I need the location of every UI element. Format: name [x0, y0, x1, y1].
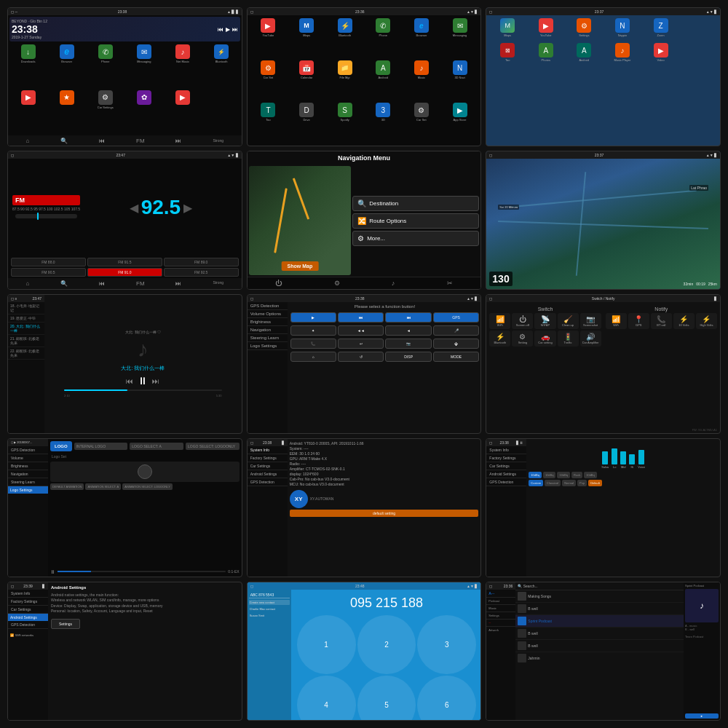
preset-1[interactable]: FM 88.0 [11, 258, 86, 266]
dial-6[interactable]: 6 [417, 676, 476, 720]
radio-next-icon[interactable]: ⏭ [175, 280, 181, 287]
and-gps[interactable]: GPS Detection [8, 621, 48, 629]
func-cam-btn[interactable]: 📷 [385, 339, 431, 349]
contact-item-2[interactable]: Charlie Max contact [249, 606, 290, 612]
media-nav-artwork[interactable]: Artwork [486, 627, 515, 633]
drawer-drive[interactable]: DDrive [288, 103, 325, 143]
radio-bottom-nav[interactable]: ⌂ 🔍 ⏮ FM ⏭ Strong [8, 278, 242, 289]
media-item-4[interactable]: B well [515, 628, 684, 640]
media-item-6[interactable]: Jahmin [515, 652, 684, 664]
search-icon[interactable]: 🔍 [60, 138, 68, 144]
func-mic-btn[interactable]: 🎤 [433, 325, 479, 336]
prev-icon[interactable]: ⏮ [99, 138, 105, 144]
logo-navigation[interactable]: Navigation [8, 470, 48, 478]
func-back-btn[interactable]: ◄◄ [338, 325, 384, 336]
switch-screenshot[interactable]: 📷 Screenshot [580, 313, 601, 329]
anim-select-only-btn[interactable]: ANIMATION SELECT: LOGOONLY [122, 483, 173, 490]
maps-naypin[interactable]: NNaypin [604, 18, 641, 37]
drawer-file[interactable]: 📁File Mgr [327, 60, 363, 100]
internal-logo-btn[interactable]: INTERNAL LOGO [74, 443, 128, 450]
maps-icon4[interactable]: ♪Music Player [604, 43, 641, 143]
drawer-bluetooth[interactable]: ⚡Bluetooth [327, 18, 363, 58]
func-navigation[interactable]: Navigation [248, 326, 288, 334]
app-messaging[interactable]: ✉ Messaging [125, 44, 162, 89]
app-music[interactable]: ♪ Net Music [164, 44, 201, 89]
drawer-appstore[interactable]: ▶App Store [442, 103, 478, 143]
video-progress[interactable] [58, 571, 226, 572]
func-play-btn[interactable]: ▶ [290, 312, 336, 323]
drawer-navi[interactable]: N3D Navi [442, 60, 478, 100]
preset-3[interactable]: FM 89.0 [164, 258, 239, 266]
drawer-cal[interactable]: 📅Calendar [288, 60, 325, 100]
media-nav-red[interactable]: ─ [486, 620, 515, 627]
preset-2[interactable]: FM 91.5 [87, 258, 162, 266]
music-bottom-controls[interactable]: ≡ ↺ ⏮ ⏸ ⏭ [8, 433, 242, 434]
preset-6[interactable]: FM 92.5 [164, 268, 239, 277]
func-gps[interactable]: GPS Detection [248, 302, 288, 310]
dial-1[interactable]: 1 [297, 615, 356, 674]
dial-2[interactable]: 2 [357, 615, 416, 674]
nav-settings-icon[interactable]: ⚙ [334, 280, 340, 287]
music-controls[interactable]: ⏮ ⏸ ⏭ [126, 375, 159, 387]
app-phone[interactable]: ✆ Phone [87, 44, 124, 89]
nav-audio-icon[interactable]: ♪ [392, 280, 395, 287]
drawer-3d[interactable]: 33D [365, 103, 401, 143]
play-button[interactable]: ▶ [226, 26, 230, 33]
switch-wifi[interactable]: 📶 WiFi [489, 313, 510, 329]
preset-5[interactable]: FM 91.0 [87, 268, 162, 277]
maps-maps[interactable]: MMaps [489, 18, 526, 37]
drawer-tao[interactable]: TTao [250, 103, 287, 143]
switch-car-setting[interactable]: 🚗 Car setting [534, 331, 555, 347]
func-rotate-btn[interactable]: ↺ [338, 352, 384, 362]
app-10[interactable]: ▶ [164, 90, 201, 135]
notify-btcall[interactable]: 📞 BT call [651, 313, 672, 329]
music-item-1[interactable]: 18. 小毛奔·地架记记 [8, 302, 44, 314]
music-item-4[interactable]: 21. 邮船班·北极老先来 [8, 335, 44, 347]
fm-icon[interactable]: FM [136, 138, 145, 144]
func-reply-btn[interactable]: ↩ [338, 339, 384, 349]
maps-icon3[interactable]: AAndroid [566, 43, 603, 143]
logo-select-a-btn[interactable]: LOGO SELECT: A [130, 443, 183, 450]
and-system-info[interactable]: System Info [8, 590, 48, 598]
drawer-youtube[interactable]: ▶YouTube [250, 18, 287, 58]
func-disp-btn[interactable]: DISP [385, 352, 431, 362]
eq-factory[interactable]: Factory Settings [486, 454, 526, 462]
switch-car-amp[interactable]: 🔊 Car Amplifier [580, 331, 601, 347]
sound-system-info[interactable]: System Info [248, 446, 288, 454]
func-brightness[interactable]: Brightness [248, 318, 288, 326]
default-anim-btn[interactable]: DEFAULT ANIMATION [50, 483, 84, 490]
maps-youtube[interactable]: ▶YouTube [528, 18, 564, 37]
music-progress-bar[interactable] [64, 389, 222, 391]
notify-wifi[interactable]: 📶 WiFi [606, 313, 627, 329]
app-bluetooth[interactable]: ⚡ Bluetooth [203, 44, 240, 89]
func-next-btn[interactable]: ⏭ [385, 312, 431, 323]
mode-default[interactable]: Default [588, 480, 602, 486]
notify-high-v[interactable]: ⚡ High Volts [696, 313, 717, 329]
app-7[interactable]: ★ [48, 90, 85, 135]
drawer-carsettings[interactable]: ⚙Car Set [403, 103, 440, 143]
sound-car-settings[interactable]: Car Settings [248, 462, 288, 470]
prev-freq-icon[interactable]: ◀ [130, 201, 138, 215]
music-item-5[interactable]: 22. 邮船班·北极老先来 [8, 347, 44, 360]
vid-play-icon[interactable]: ⏸ [50, 569, 55, 574]
func-call-btn[interactable]: 📞 [290, 339, 336, 349]
music-prev-icon[interactable]: ⏮ [126, 377, 133, 385]
dial-4[interactable]: 4 [297, 676, 356, 720]
next-freq-icon[interactable]: ▶ [183, 201, 192, 215]
next-icon[interactable]: ⏭ [175, 138, 181, 144]
drawer-car-set[interactable]: ⚙Car Set [250, 60, 287, 100]
drawer-phone[interactable]: ✆Phone [365, 18, 401, 58]
nav-power-icon[interactable]: ⏻ [275, 280, 282, 287]
drawer-music[interactable]: ♪Music [403, 60, 440, 100]
eq-android[interactable]: Android Settings [486, 470, 526, 478]
switch-screen-off[interactable]: ⏻ Screen off [512, 313, 533, 329]
nav-bottom-bar[interactable]: ⏻ ⚙ ♪ ✂ [248, 277, 481, 289]
maps-icon1[interactable]: ⊠Tao [489, 43, 526, 143]
and-factory[interactable]: Factory Settings [8, 598, 48, 606]
show-map-button[interactable]: Show Map [282, 261, 319, 271]
preset-10dbq2[interactable]: 10dBq [543, 472, 556, 478]
func-logo[interactable]: Logo Settings [248, 342, 288, 350]
media-item-5[interactable]: B well [515, 640, 684, 652]
eq-system-info[interactable]: System Info [486, 446, 526, 454]
media-nav-music[interactable]: Music [486, 605, 515, 612]
